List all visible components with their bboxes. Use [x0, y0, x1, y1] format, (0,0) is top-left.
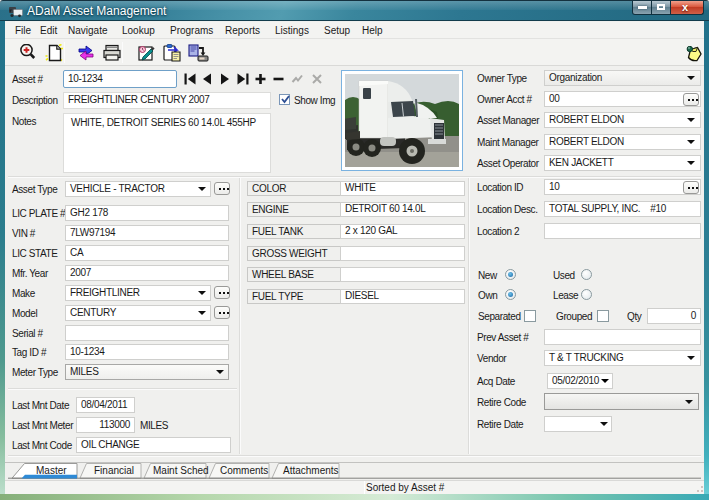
- svg-text:Financial: Financial: [94, 465, 134, 476]
- svg-text:Master: Master: [36, 465, 67, 476]
- svg-text:Maint Sched: Maint Sched: [153, 465, 209, 476]
- svg-text:Attachments: Attachments: [283, 465, 339, 476]
- svg-text:Comments: Comments: [220, 465, 268, 476]
